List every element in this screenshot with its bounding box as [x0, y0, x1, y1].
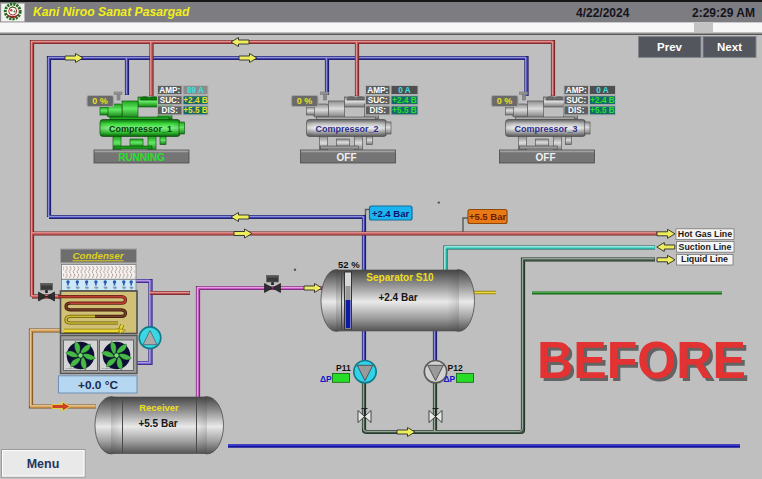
svg-text:+5.5 B: +5.5 B	[183, 106, 207, 115]
svg-text:Compressor_1: Compressor_1	[109, 124, 172, 134]
svg-text:+0.0 °C: +0.0 °C	[78, 378, 118, 392]
svg-text:spr: spr	[104, 286, 108, 290]
svg-text:+2.4 Bar: +2.4 Bar	[372, 208, 410, 219]
svg-text:OFF: OFF	[337, 152, 357, 163]
svg-text:+2.4 Bar: +2.4 Bar	[378, 292, 417, 303]
svg-text:0 %: 0 %	[297, 96, 313, 106]
svg-text:spr: spr	[76, 286, 80, 290]
svg-text:BEFORE: BEFORE	[537, 330, 746, 389]
svg-text:Prev: Prev	[657, 41, 683, 53]
svg-text:OFF: OFF	[536, 152, 556, 163]
svg-text:2:29:29 AM: 2:29:29 AM	[692, 6, 755, 20]
svg-text:0 %: 0 %	[497, 96, 513, 106]
svg-text:Condenser: Condenser	[72, 250, 124, 261]
svg-text:P12: P12	[448, 363, 463, 373]
svg-text:FAN 1 100%: FAN 1 100%	[66, 367, 80, 370]
svg-text:SUC:: SUC:	[566, 96, 586, 105]
svg-text:spr: spr	[67, 286, 71, 290]
svg-text:+5.5 B: +5.5 B	[392, 106, 416, 115]
svg-text:Separator S10: Separator S10	[366, 272, 434, 283]
svg-text:+2.4 B: +2.4 B	[590, 96, 614, 105]
svg-text:52 %: 52 %	[338, 259, 360, 270]
svg-text:P11: P11	[336, 363, 351, 373]
svg-text:Suction Line: Suction Line	[679, 242, 732, 252]
svg-text:spr: spr	[95, 286, 99, 290]
svg-text:+2.4 B: +2.4 B	[392, 96, 416, 105]
svg-text:Next: Next	[717, 41, 742, 53]
svg-text:SUC:: SUC:	[368, 96, 388, 105]
svg-text:spr: spr	[85, 286, 89, 290]
svg-text:0 A: 0 A	[596, 86, 609, 95]
svg-text:Menu: Menu	[27, 457, 60, 471]
svg-text:spr: spr	[130, 286, 134, 290]
svg-text:RUNNING: RUNNING	[118, 152, 165, 163]
svg-text:+5.5 Bar: +5.5 Bar	[469, 211, 507, 222]
svg-text:0 A: 0 A	[398, 86, 411, 95]
svg-text:DIS:: DIS:	[370, 106, 386, 115]
svg-text:Compressor_2: Compressor_2	[315, 124, 378, 134]
svg-text:4/22/2024: 4/22/2024	[576, 6, 630, 20]
svg-text:+2.4 B: +2.4 B	[183, 96, 207, 105]
svg-text:+5.5 B: +5.5 B	[590, 106, 614, 115]
svg-text:SUC:: SUC:	[160, 96, 180, 105]
svg-text:Compressor_3: Compressor_3	[514, 124, 577, 134]
svg-text:DIS:: DIS:	[568, 106, 584, 115]
svg-text:0 %: 0 %	[92, 96, 108, 106]
svg-text:ΔP: ΔP	[320, 374, 332, 384]
svg-text:spr: spr	[122, 286, 126, 290]
svg-text:AMP:: AMP:	[566, 86, 587, 95]
svg-text:Liquid Line: Liquid Line	[681, 254, 728, 264]
svg-text:spr: spr	[113, 286, 117, 290]
svg-text:ΔP: ΔP	[444, 374, 456, 384]
svg-text:AMP:: AMP:	[159, 86, 180, 95]
svg-text:89 A: 89 A	[187, 86, 204, 95]
svg-text:+5.5 Bar: +5.5 Bar	[138, 418, 177, 429]
svg-text:Receiver: Receiver	[139, 402, 179, 413]
svg-text:FAN 2 100%: FAN 2 100%	[102, 367, 116, 370]
svg-text:Hot Gas Line: Hot Gas Line	[678, 229, 732, 239]
svg-text:DIS:: DIS:	[162, 106, 178, 115]
svg-text:Kani Niroo Sanat Pasargad: Kani Niroo Sanat Pasargad	[33, 5, 190, 19]
svg-text:AMP:: AMP:	[367, 86, 388, 95]
